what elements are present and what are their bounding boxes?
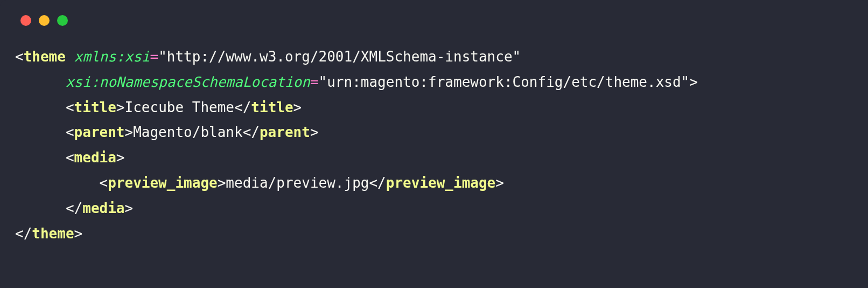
tag-parent-close: parent bbox=[260, 124, 310, 140]
minimize-button[interactable] bbox=[39, 15, 50, 26]
angle-open: < bbox=[100, 175, 108, 191]
angle-open-slash: </ bbox=[243, 124, 260, 140]
angle-close: > bbox=[116, 149, 125, 166]
preview-image-text: media/preview.jpg bbox=[226, 175, 369, 191]
tag-theme-close: theme bbox=[32, 225, 74, 242]
tag-preview-image: preview_image bbox=[108, 175, 218, 191]
angle-close: > bbox=[74, 225, 83, 242]
equals: = bbox=[150, 49, 158, 65]
attr-value: "http://www.w3.org/2001/XMLSchema-instan… bbox=[158, 49, 521, 65]
maximize-button[interactable] bbox=[57, 15, 68, 26]
tag-media: media bbox=[74, 149, 116, 166]
code-block: <theme xmlns:xsi="http://www.w3.org/2001… bbox=[15, 44, 853, 246]
angle-close: > bbox=[218, 175, 226, 191]
parent-text: Magento/blank bbox=[133, 124, 243, 140]
angle-open-slash: </ bbox=[234, 99, 251, 115]
angle-close: > bbox=[310, 124, 319, 140]
code-window: <theme xmlns:xsi="http://www.w3.org/2001… bbox=[0, 0, 868, 288]
angle-open-slash: </ bbox=[369, 175, 386, 191]
angle-open: < bbox=[66, 124, 74, 140]
tag-title: title bbox=[74, 99, 116, 115]
tag-preview-image-close: preview_image bbox=[386, 175, 496, 191]
angle-open-slash: </ bbox=[15, 225, 32, 242]
attr-value: "urn:magento:framework:Config/etc/theme.… bbox=[319, 74, 690, 90]
angle-close: > bbox=[495, 175, 504, 191]
title-text: Icecube Theme bbox=[125, 99, 235, 115]
angle-open: < bbox=[66, 99, 74, 115]
angle-close: > bbox=[116, 99, 125, 115]
angle-close: > bbox=[293, 99, 302, 115]
close-button[interactable] bbox=[20, 15, 31, 26]
equals: = bbox=[310, 74, 319, 90]
tag-parent: parent bbox=[74, 124, 125, 140]
attr-xmlns: xmlns:xsi bbox=[74, 49, 150, 65]
angle-open: < bbox=[15, 49, 24, 65]
angle-open-slash: </ bbox=[66, 200, 82, 216]
angle-close: > bbox=[125, 200, 134, 216]
tag-media-close: media bbox=[82, 200, 124, 216]
attr-schema-location: xsi:noNamespaceSchemaLocation bbox=[66, 74, 310, 90]
angle-close: > bbox=[689, 74, 698, 90]
tag-title-close: title bbox=[251, 99, 293, 115]
tag-theme: theme bbox=[24, 49, 66, 65]
angle-close: > bbox=[125, 124, 134, 140]
window-controls bbox=[15, 15, 853, 26]
angle-open: < bbox=[66, 149, 74, 166]
